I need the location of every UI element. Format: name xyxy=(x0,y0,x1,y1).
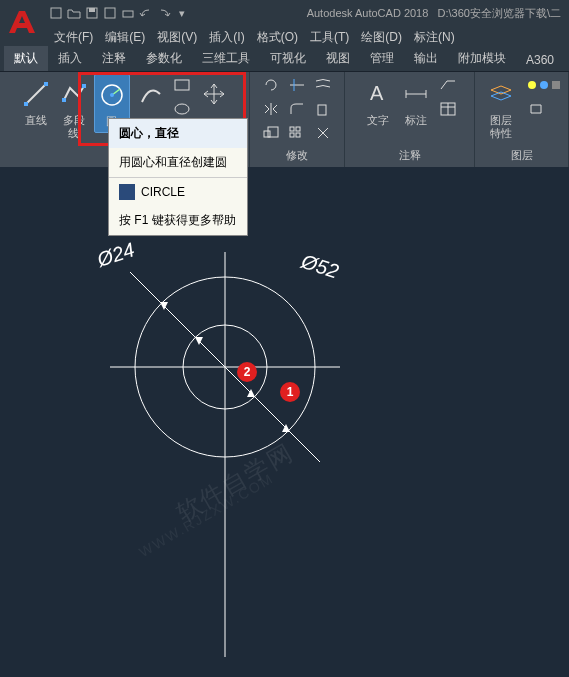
move-button[interactable] xyxy=(196,74,232,114)
svg-rect-25 xyxy=(296,133,300,137)
circle-tooltip: 圆心，直径 用圆心和直径创建圆 CIRCLE 按 F1 键获得更多帮助 xyxy=(108,118,248,236)
menu-format[interactable]: 格式(O) xyxy=(251,29,304,46)
svg-rect-23 xyxy=(296,127,300,131)
menu-bar: 文件(F) 编辑(E) 视图(V) 插入(I) 格式(O) 工具(T) 绘图(D… xyxy=(0,26,569,48)
ellipse-button[interactable] xyxy=(170,98,194,120)
layer-icon xyxy=(485,78,517,110)
panel-annotate: A 文字 标注 注释 xyxy=(345,72,475,167)
trim-icon[interactable] xyxy=(285,74,309,96)
leader-icon[interactable] xyxy=(436,74,460,96)
undo-icon[interactable] xyxy=(138,5,154,21)
dropdown-icon[interactable]: ▾ xyxy=(174,5,190,21)
tab-3dtools[interactable]: 三维工具 xyxy=(192,46,260,71)
arc-button[interactable] xyxy=(132,74,168,114)
saveas-icon[interactable] xyxy=(102,5,118,21)
tooltip-cmd: CIRCLE xyxy=(109,178,247,206)
open-icon[interactable] xyxy=(66,5,82,21)
ribbon: 直线 多段线 圆 绘图 xyxy=(0,72,569,167)
mirror-icon[interactable] xyxy=(259,98,283,120)
tab-view[interactable]: 视图 xyxy=(316,46,360,71)
table-icon[interactable] xyxy=(436,98,460,120)
svg-rect-3 xyxy=(105,8,115,18)
layer-state-icon[interactable] xyxy=(524,74,564,96)
menu-view[interactable]: 视图(V) xyxy=(151,29,203,46)
marker-1: 1 xyxy=(280,382,300,402)
svg-point-12 xyxy=(110,93,114,97)
panel-layer: 图层 特性 图层 xyxy=(475,72,569,167)
svg-rect-26 xyxy=(318,105,326,115)
tab-visualize[interactable]: 可视化 xyxy=(260,46,316,71)
tab-output[interactable]: 输出 xyxy=(404,46,448,71)
marker-2: 2 xyxy=(237,362,257,382)
menu-insert[interactable]: 插入(I) xyxy=(203,29,250,46)
svg-line-5 xyxy=(26,84,46,104)
svg-rect-0 xyxy=(51,8,61,18)
tab-a360[interactable]: A360 xyxy=(516,49,564,71)
array-icon[interactable] xyxy=(285,122,309,144)
svg-rect-24 xyxy=(290,133,294,137)
move-icon xyxy=(198,78,230,110)
arc-icon xyxy=(134,78,166,110)
menu-tools[interactable]: 工具(T) xyxy=(304,29,355,46)
text-icon: A xyxy=(362,78,394,110)
menu-dimension[interactable]: 标注(N) xyxy=(408,29,461,46)
panel-modify: 修改 xyxy=(250,72,345,167)
rect-button[interactable] xyxy=(170,74,194,96)
offset-icon[interactable] xyxy=(311,74,335,96)
tab-parametric[interactable]: 参数化 xyxy=(136,46,192,71)
tab-manage[interactable]: 管理 xyxy=(360,46,404,71)
ribbon-tabs: 默认 插入 注释 参数化 三维工具 可视化 视图 管理 输出 附加模块 A360 xyxy=(0,48,569,72)
command-icon xyxy=(119,184,135,200)
svg-rect-18 xyxy=(264,131,270,137)
dimension-icon xyxy=(400,78,432,110)
tab-insert[interactable]: 插入 xyxy=(48,46,92,71)
redo-icon[interactable] xyxy=(156,5,172,21)
new-icon[interactable] xyxy=(48,5,64,21)
drawing-canvas[interactable]: Ø24 Ø52 1 2 软件自学网 WWW.RJZXW.COM xyxy=(0,167,569,677)
tab-annotate[interactable]: 注释 xyxy=(92,46,136,71)
tooltip-title: 圆心，直径 xyxy=(109,119,247,148)
svg-rect-8 xyxy=(62,98,66,102)
explode-icon[interactable] xyxy=(311,122,335,144)
print-icon[interactable] xyxy=(120,5,136,21)
erase-icon[interactable] xyxy=(311,98,335,120)
menu-draw[interactable]: 绘图(D) xyxy=(355,29,408,46)
text-button[interactable]: A 文字 xyxy=(360,74,396,131)
tooltip-desc: 用圆心和直径创建圆 xyxy=(109,148,247,177)
cad-drawing: Ø24 Ø52 xyxy=(0,167,569,677)
autocad-logo[interactable] xyxy=(0,0,44,44)
title-bar: ▾ Autodesk AutoCAD 2018 D:\360安全浏览器下载\二 xyxy=(0,0,569,26)
dimension-button[interactable]: 标注 xyxy=(398,74,434,131)
dim-label-52: Ø52 xyxy=(298,250,342,283)
tab-default[interactable]: 默认 xyxy=(4,46,48,71)
polyline-button[interactable]: 多段线 xyxy=(56,74,92,144)
layer-match-icon[interactable] xyxy=(524,98,548,120)
scale-icon[interactable] xyxy=(259,122,283,144)
svg-rect-4 xyxy=(123,11,133,17)
svg-rect-6 xyxy=(24,102,28,106)
line-button[interactable]: 直线 xyxy=(18,74,54,131)
svg-point-14 xyxy=(175,104,189,114)
dim-label-24: Ø24 xyxy=(93,238,137,271)
save-icon[interactable] xyxy=(84,5,100,21)
quick-access-toolbar: ▾ xyxy=(48,5,190,21)
layer-properties-button[interactable]: 图层 特性 xyxy=(480,74,522,144)
window-title: Autodesk AutoCAD 2018 D:\360安全浏览器下载\二 xyxy=(307,6,561,21)
polyline-icon xyxy=(58,78,90,110)
svg-rect-13 xyxy=(175,80,189,90)
svg-point-35 xyxy=(540,81,548,89)
svg-rect-9 xyxy=(82,84,86,88)
svg-text:A: A xyxy=(370,82,384,104)
rotate-icon[interactable] xyxy=(259,74,283,96)
svg-rect-36 xyxy=(552,81,560,89)
line-icon xyxy=(20,78,52,110)
svg-rect-2 xyxy=(89,8,95,12)
menu-file[interactable]: 文件(F) xyxy=(48,29,99,46)
tab-addons[interactable]: 附加模块 xyxy=(448,46,516,71)
circle-icon xyxy=(96,79,128,111)
tooltip-help: 按 F1 键获得更多帮助 xyxy=(109,206,247,235)
svg-rect-7 xyxy=(44,82,48,86)
svg-rect-22 xyxy=(290,127,294,131)
fillet-icon[interactable] xyxy=(285,98,309,120)
menu-edit[interactable]: 编辑(E) xyxy=(99,29,151,46)
